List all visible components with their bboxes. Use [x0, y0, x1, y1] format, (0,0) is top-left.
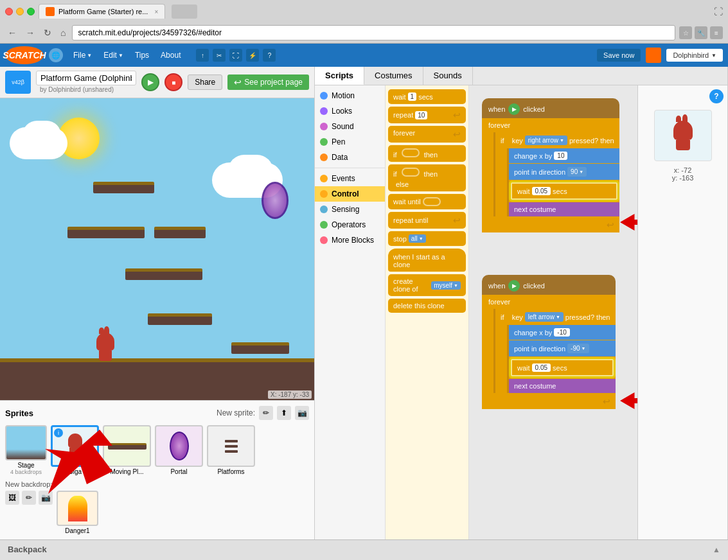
new-sprite-controls: New sprite: ✏ ⬆ 📷	[217, 406, 309, 420]
backpack-bar[interactable]: Backpack ▲	[0, 539, 728, 559]
forward-btn[interactable]: →	[23, 26, 37, 39]
palette-forever-block[interactable]: forever ↩	[388, 126, 466, 143]
category-pen[interactable]: Pen	[315, 134, 385, 150]
fullscreen-icon[interactable]: ⛶	[714, 6, 723, 17]
more-blocks-dot	[320, 236, 328, 244]
camera-backdrop-btn[interactable]: 📷	[39, 491, 53, 505]
if-right-header: if key right arrow ▼ pressed? then	[495, 132, 619, 148]
stop-dropdown[interactable]: all ▼	[409, 234, 426, 243]
tab-title: Platform Game (Starter) re...	[58, 8, 148, 15]
file-menu[interactable]: File ▼	[68, 48, 97, 62]
platforms-img-3	[225, 450, 238, 453]
if-else-slot	[402, 168, 420, 177]
stage-size-controls: ↑ ✂ ⛶ ⚡ ?	[196, 49, 276, 62]
about-menu[interactable]: About	[155, 48, 186, 62]
sound-dot	[320, 123, 328, 130]
category-looks[interactable]: Looks	[315, 103, 385, 119]
category-more-blocks[interactable]: More Blocks	[315, 232, 385, 248]
clone-dropdown[interactable]: myself ▼	[431, 281, 461, 290]
palette-repeat-block[interactable]: repeat 10 ↩	[388, 107, 466, 123]
coord-x: x: -72	[672, 166, 694, 174]
paint-backdrop-btn[interactable]: 🖼	[5, 491, 19, 505]
green-flag-btn[interactable]	[141, 73, 159, 91]
right-arrow-key-dropdown[interactable]: right arrow ▼	[525, 136, 567, 145]
script-canvas[interactable]: when ▶ clicked forever	[469, 85, 637, 539]
giga-sprite-item[interactable]: i Giga	[51, 425, 99, 475]
see-project-btn[interactable]: ↩ See project page	[227, 74, 309, 90]
palette-wait-block[interactable]: wait 1 secs	[388, 89, 466, 104]
danger1-name: Danger1	[65, 527, 89, 534]
category-motion[interactable]: Motion	[315, 88, 385, 103]
scissors-icon[interactable]: ✂	[213, 49, 226, 62]
portal	[262, 182, 289, 219]
tips-menu[interactable]: Tips	[130, 48, 154, 62]
category-operators[interactable]: Operators	[315, 217, 385, 232]
minimize-window-btn[interactable]	[16, 8, 24, 15]
new-tab-btn[interactable]	[172, 4, 197, 19]
camera-sprite-btn[interactable]: 📷	[295, 406, 309, 420]
forever-block-2: forever if key left arrow ▼	[482, 295, 616, 409]
globe-icon[interactable]: 🌐	[49, 48, 63, 62]
platforms-sprite-item[interactable]: Platforms	[207, 425, 255, 475]
category-data[interactable]: Data	[315, 150, 385, 165]
platform-2	[154, 227, 206, 238]
close-window-btn[interactable]	[5, 8, 13, 15]
share-btn[interactable]: Share	[188, 74, 222, 90]
palette-wait-until-block[interactable]: wait until	[388, 194, 466, 209]
back-btn[interactable]: ←	[5, 26, 19, 39]
scratch-logo[interactable]: SCRATCH	[5, 46, 44, 64]
save-now-btn[interactable]: Save now	[597, 49, 641, 62]
edit-menu[interactable]: Edit ▼	[98, 48, 129, 62]
scratch-logo-text: SCRATCH	[3, 50, 46, 60]
portal-img	[170, 432, 189, 460]
project-title-input[interactable]	[36, 71, 136, 85]
block-categories: Motion Looks Sound Pen	[315, 85, 386, 539]
moving-platforms-sprite-item[interactable]: Moving Pl...	[103, 425, 151, 475]
palette-clone-start-block[interactable]: when I start as a clone	[388, 249, 466, 272]
repeat-input[interactable]: 10	[415, 111, 427, 119]
palette-delete-clone-block[interactable]: delete this clone	[388, 299, 466, 313]
preview-head	[673, 121, 693, 140]
char-hair1	[99, 328, 104, 334]
left-arrow-key-dropdown[interactable]: left arrow ▼	[525, 312, 564, 322]
tab-close-btn[interactable]: ×	[154, 8, 158, 15]
menu-icon[interactable]: ≡	[710, 26, 723, 39]
tab-scripts[interactable]: Scripts	[315, 67, 364, 85]
help-icon[interactable]: ?	[263, 49, 276, 62]
fullscreen-stage-icon[interactable]: ⛶	[229, 49, 242, 62]
palette-if-block[interactable]: if then	[388, 145, 466, 162]
turbo-icon[interactable]: ⚡	[246, 49, 259, 62]
help-btn[interactable]: ?	[709, 89, 724, 103]
maximize-window-btn[interactable]	[27, 8, 35, 15]
dir-neg90-dropdown[interactable]: -90 ▼	[567, 344, 589, 353]
tab-sounds[interactable]: Sounds	[423, 67, 473, 85]
address-bar[interactable]	[72, 25, 675, 40]
stage-coordinates: X: -187 y: -33	[268, 390, 312, 399]
upload-icon[interactable]: ↑	[196, 49, 209, 62]
tab-costumes[interactable]: Costumes	[364, 67, 423, 85]
home-btn[interactable]: ⌂	[58, 26, 68, 39]
bookmark-icon[interactable]: ☆	[679, 26, 692, 39]
wait-label: wait	[393, 93, 406, 101]
category-sound[interactable]: Sound	[315, 119, 385, 134]
stop-btn[interactable]	[164, 73, 182, 91]
danger1-backdrop-item[interactable]: Danger1	[57, 491, 98, 534]
palette-if-else-block[interactable]: if then else	[388, 164, 466, 191]
category-sensing[interactable]: Sensing	[315, 202, 385, 217]
dolphinbird-btn[interactable]: Dolphinbird ▼	[666, 49, 723, 62]
palette-create-clone-block[interactable]: create clone of myself ▼	[388, 274, 466, 296]
dir-90-dropdown[interactable]: 90 ▼	[567, 167, 587, 177]
paint-sprite-btn[interactable]: ✏	[259, 406, 273, 420]
edit-backdrop-btn[interactable]: ✏	[22, 491, 36, 505]
category-control[interactable]: Control	[315, 186, 385, 202]
portal-sprite-item[interactable]: Portal	[155, 425, 203, 475]
wait-input[interactable]: 1	[408, 92, 417, 101]
refresh-btn[interactable]: ↻	[41, 26, 54, 39]
palette-repeat-until-block[interactable]: repeat until ↩	[388, 212, 466, 229]
upload-sprite-btn[interactable]: ⬆	[277, 406, 291, 420]
browser-tab[interactable]: Platform Game (Starter) re... ×	[39, 4, 165, 19]
stage-sprite-item[interactable]: Stage 4 backdrops	[5, 425, 47, 475]
palette-stop-block[interactable]: stop all ▼	[388, 231, 466, 246]
category-events[interactable]: Events	[315, 171, 385, 186]
extension-icon[interactable]: 🔧	[695, 26, 707, 39]
